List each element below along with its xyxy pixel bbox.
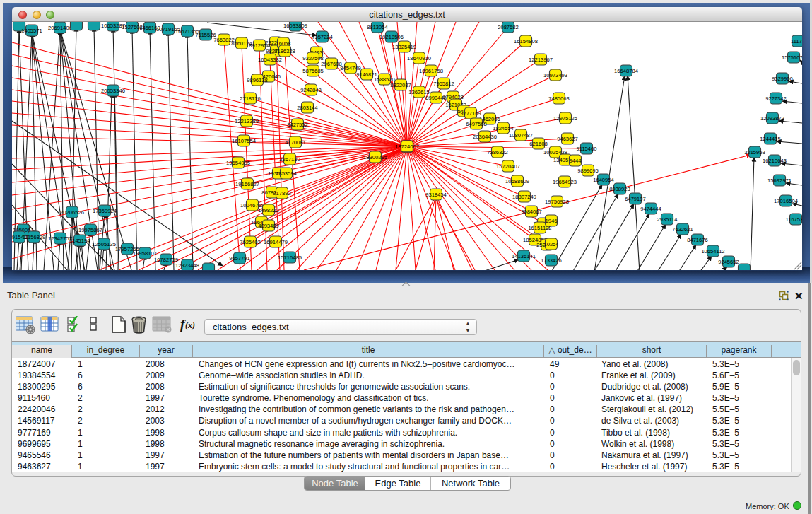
svg-text:1946: 1946 xyxy=(546,218,558,224)
svg-text:17016504: 17016504 xyxy=(774,198,798,204)
svg-text:9657791: 9657791 xyxy=(229,255,250,262)
svg-text:20364436: 20364436 xyxy=(473,134,497,140)
svg-text:9896138: 9896138 xyxy=(247,77,268,83)
svg-text:8813054: 8813054 xyxy=(367,24,388,30)
svg-text:8938923: 8938923 xyxy=(609,186,630,192)
svg-text:2803144: 2803144 xyxy=(297,105,318,111)
svg-text:9245652: 9245652 xyxy=(718,259,739,265)
svg-text:1353594: 1353594 xyxy=(276,170,297,177)
svg-text:4170081: 4170081 xyxy=(285,139,306,146)
svg-text:8454749: 8454749 xyxy=(340,65,361,71)
svg-text:621608: 621608 xyxy=(529,141,547,147)
svg-text:7955812: 7955812 xyxy=(433,81,454,87)
svg-text:18807249: 18807249 xyxy=(512,194,536,200)
svg-text:16107554: 16107554 xyxy=(232,138,256,144)
svg-text:8186328: 8186328 xyxy=(274,48,295,54)
svg-text:10807487: 10807487 xyxy=(509,132,533,139)
svg-text:12923448: 12923448 xyxy=(175,262,199,269)
svg-text:6479197: 6479197 xyxy=(625,196,646,202)
svg-text:1733426: 1733426 xyxy=(541,257,562,264)
svg-text:19958107: 19958107 xyxy=(133,250,157,257)
svg-text:917892: 917892 xyxy=(273,190,290,197)
svg-text:16154808: 16154808 xyxy=(514,38,538,45)
svg-text:20691406: 20691406 xyxy=(48,25,72,31)
svg-text:12342757: 12342757 xyxy=(48,235,72,242)
svg-text:12505135: 12505135 xyxy=(92,241,116,247)
svg-text:6497568: 6497568 xyxy=(466,121,487,127)
svg-text:19654923: 19654923 xyxy=(553,179,577,185)
svg-text:11156829: 11156829 xyxy=(23,234,46,240)
svg-text:2087682: 2087682 xyxy=(498,24,519,30)
svg-text:1405571: 1405571 xyxy=(21,28,42,34)
svg-text:10973493: 10973493 xyxy=(543,72,567,78)
svg-text:16914479: 16914479 xyxy=(264,239,288,245)
svg-text:8471676: 8471676 xyxy=(687,237,708,243)
svg-text:20206526: 20206526 xyxy=(60,209,84,216)
svg-text:2935114: 2935114 xyxy=(657,216,678,223)
svg-text:9115460: 9115460 xyxy=(577,146,597,152)
svg-text:19654985: 19654985 xyxy=(226,160,250,166)
svg-text:1498222: 1498222 xyxy=(258,207,279,214)
svg-text:12975125: 12975125 xyxy=(553,115,577,122)
svg-text:18724007: 18724007 xyxy=(395,144,419,150)
svg-text:15720407: 15720407 xyxy=(496,163,520,170)
svg-text:8322037: 8322037 xyxy=(390,82,411,88)
svg-text:5875685: 5875685 xyxy=(302,68,324,74)
svg-text:18300295: 18300295 xyxy=(363,154,387,160)
svg-text:16782759: 16782759 xyxy=(154,257,178,263)
svg-text:14136141: 14136141 xyxy=(512,253,536,259)
svg-text:10654112: 10654112 xyxy=(701,248,724,255)
svg-text:16648784: 16648784 xyxy=(614,68,638,74)
svg-text:19756928: 19756928 xyxy=(545,199,569,205)
svg-text:19218506: 19218506 xyxy=(379,34,404,40)
svg-text:1145194: 1145194 xyxy=(70,238,90,244)
svg-text:7632621: 7632621 xyxy=(672,226,693,233)
svg-text:16033809: 16033809 xyxy=(283,23,307,29)
svg-text:9084067: 9084067 xyxy=(521,209,542,215)
svg-text:4093489: 4093489 xyxy=(258,223,279,229)
svg-text:7485063: 7485063 xyxy=(548,95,570,102)
svg-text:1640954: 1640954 xyxy=(593,177,614,183)
svg-text:9444: 9444 xyxy=(570,158,582,164)
svg-text:9777169: 9777169 xyxy=(460,110,481,117)
svg-text:7386322: 7386322 xyxy=(487,149,508,156)
svg-text:9474444: 9474444 xyxy=(640,206,661,212)
svg-text:1167533: 1167533 xyxy=(786,216,803,223)
svg-text:7357224: 7357224 xyxy=(312,34,333,40)
svg-text:3215953: 3215953 xyxy=(744,149,765,156)
svg-text:11175: 11175 xyxy=(791,38,802,45)
svg-text:10688609: 10688609 xyxy=(505,178,529,185)
svg-text:16210643: 16210643 xyxy=(763,158,787,164)
svg-text:20053346: 20053346 xyxy=(101,88,125,94)
svg-text:10254: 10254 xyxy=(543,241,558,247)
svg-text:15692971: 15692971 xyxy=(767,177,792,184)
svg-text:16961758: 16961758 xyxy=(419,68,443,74)
svg-text:12213967: 12213967 xyxy=(529,57,553,63)
svg-text:13325419: 13325419 xyxy=(392,44,416,50)
svg-text:7625402: 7625402 xyxy=(240,239,261,245)
svg-text:2718176: 2718176 xyxy=(240,95,261,102)
svg-text:1244415: 1244415 xyxy=(760,136,781,142)
svg-text:18640910: 18640910 xyxy=(407,55,431,62)
svg-text:9242848: 9242848 xyxy=(300,87,322,93)
svg-text:19975867: 19975867 xyxy=(78,227,102,233)
svg-text:3267130: 3267130 xyxy=(279,156,300,163)
svg-text:2967608: 2967608 xyxy=(321,61,342,67)
svg-text:8427552: 8427552 xyxy=(287,122,308,128)
svg-text:9463627: 9463627 xyxy=(557,136,578,142)
svg-text:9329966: 9329966 xyxy=(772,76,793,82)
svg-text:9899695: 9899695 xyxy=(577,168,599,174)
svg-text:9227342: 9227342 xyxy=(765,95,787,102)
svg-text:9318454: 9318454 xyxy=(425,192,447,198)
svg-text:19166827: 19166827 xyxy=(235,181,259,187)
svg-text:15751074: 15751074 xyxy=(782,54,802,61)
svg-text:17359924: 17359924 xyxy=(93,208,117,214)
svg-text:1824554: 1824554 xyxy=(493,125,514,132)
svg-text:12093873: 12093873 xyxy=(760,115,784,122)
svg-text:(x): (x) xyxy=(185,320,195,330)
svg-text:16543382: 16543382 xyxy=(258,57,282,63)
svg-text:12213389: 12213389 xyxy=(235,118,259,124)
svg-text:15716485: 15716485 xyxy=(278,255,302,261)
